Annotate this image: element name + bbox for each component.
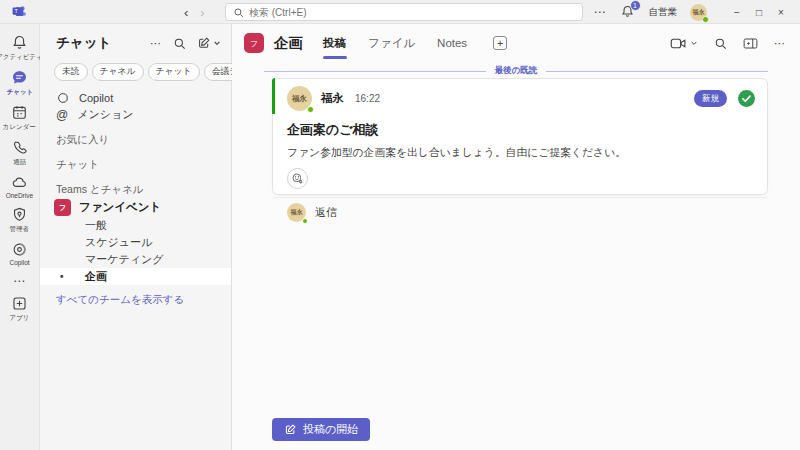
rail-label: アクティビティ (0, 52, 43, 62)
admin-shield-icon (11, 206, 28, 223)
copilot-icon (56, 91, 70, 105)
cloud-icon (11, 174, 28, 191)
chevron-down-icon (213, 39, 221, 47)
rail-item-admin[interactable]: 管理者 (0, 202, 40, 237)
rail-item-chat[interactable]: チャット (0, 65, 40, 100)
reply-avatar-initials: 福永 (291, 208, 303, 217)
sidebar-item-mentions[interactable]: @ メンション (40, 106, 231, 123)
channel-team-avatar: フ (244, 33, 264, 53)
channel-title: 企画 (274, 34, 303, 53)
video-camera-icon (670, 36, 687, 51)
rail-item-copilot[interactable]: Copilot (0, 237, 40, 269)
rail-label: OneDrive (6, 192, 33, 199)
add-reaction-button[interactable] (287, 168, 308, 189)
rail-item-calls[interactable]: 通話 (0, 135, 40, 170)
at-mention-icon: @ (56, 108, 68, 122)
rail-label: チャット (6, 87, 32, 97)
titlebar-more-icon[interactable]: ⋯ (594, 5, 607, 19)
channel-planning[interactable]: • 企画 (40, 268, 231, 285)
presence-available-icon (307, 106, 314, 113)
user-avatar[interactable]: 福永 (690, 4, 707, 21)
activity-bell-icon (11, 34, 28, 51)
window-controls: − □ × (726, 0, 792, 24)
tab-files[interactable]: ファイル (368, 24, 415, 62)
notifications-bell-icon[interactable]: 1 (620, 4, 636, 20)
unread-bullet-icon: • (60, 271, 64, 282)
org-name-label: 自営業 (649, 6, 678, 19)
filter-chip-unread[interactable]: 未読 (54, 63, 88, 81)
reply-button[interactable]: 福永 返信 (273, 197, 767, 227)
show-all-teams-link[interactable]: すべてのチームを表示する (40, 285, 231, 307)
app-rail: アクティビティ チャット カレンダー 通話 (0, 24, 40, 450)
channel-label: スケジュール (85, 235, 152, 250)
team-fan-event[interactable]: フ ファンイベント (40, 198, 231, 217)
channel-team-avatar-text: フ (250, 38, 258, 49)
open-details-pane-icon[interactable] (743, 37, 758, 50)
presence-available-icon (702, 16, 709, 23)
tab-notes[interactable]: Notes (437, 24, 467, 62)
meet-now-button[interactable] (670, 36, 698, 51)
filter-chip-chat[interactable]: チャット (148, 63, 200, 81)
back-button[interactable]: ‹ (184, 6, 188, 19)
add-tab-button[interactable]: + (493, 36, 507, 50)
post-author-avatar[interactable]: 福永 (287, 86, 312, 111)
new-chat-button[interactable] (197, 36, 221, 50)
team-avatar: フ (54, 199, 71, 216)
compose-icon (284, 423, 297, 436)
search-bar[interactable] (225, 3, 583, 21)
rail-label: アプリ (10, 313, 30, 323)
channel-schedule[interactable]: スケジュール (40, 234, 231, 251)
svg-text:T: T (14, 8, 18, 14)
channel-general[interactable]: 一般 (40, 217, 231, 234)
channel-label: 一般 (85, 218, 107, 233)
minimize-button[interactable]: − (726, 0, 748, 24)
reply-label: 返信 (315, 205, 337, 220)
apps-grid-icon (11, 295, 28, 312)
channel-label: 企画 (85, 269, 107, 284)
post-card[interactable]: 福永 福永 16:22 新規 企画案のご相談 ファン参加型の企画案を出し合いまし… (272, 78, 768, 195)
last-read-divider: 最後の既読 (232, 65, 800, 77)
filter-chip-channels[interactable]: チャネル (92, 63, 144, 81)
chat-sidebar: チャット ⋯ 未読 チャネル チャット 会議チャット (40, 24, 232, 450)
teams-logo-icon: T (11, 4, 27, 20)
rail-item-apps[interactable]: アプリ (0, 291, 40, 326)
rail-more-icon[interactable]: ⋯ (13, 269, 26, 291)
sidebar-item-label: Copilot (79, 92, 113, 104)
close-button[interactable]: × (770, 0, 792, 24)
tab-posts[interactable]: 投稿 (323, 24, 346, 62)
user-avatar-initials: 福永 (693, 8, 705, 17)
rail-label: カレンダー (3, 122, 36, 132)
channel-search-icon[interactable] (714, 37, 727, 50)
presence-available-icon (302, 218, 308, 224)
section-favorites[interactable]: お気に入り (40, 131, 231, 148)
sidebar-more-icon[interactable]: ⋯ (150, 37, 162, 50)
unread-indicator-bar (272, 78, 275, 114)
sidebar-item-copilot[interactable]: Copilot (40, 89, 231, 106)
new-post-badge: 新規 (694, 90, 727, 107)
team-avatar-text: フ (59, 203, 66, 213)
phone-icon (11, 139, 28, 156)
channel-marketing[interactable]: マーケティング (40, 251, 231, 268)
search-input[interactable] (249, 7, 575, 18)
forward-button[interactable]: › (200, 6, 204, 19)
rail-item-activity[interactable]: アクティビティ (0, 30, 40, 65)
announcement-check-icon (736, 88, 757, 109)
start-post-button[interactable]: 投稿の開始 (272, 418, 370, 441)
sidebar-search-icon[interactable] (173, 37, 186, 50)
section-teams-channels[interactable]: Teams とチャネル (40, 181, 231, 198)
notification-count-badge: 1 (630, 0, 641, 11)
maximize-button[interactable]: □ (748, 0, 770, 24)
rail-item-calendar[interactable]: カレンダー (0, 100, 40, 135)
section-chat[interactable]: チャット (40, 156, 231, 173)
calendar-icon (11, 104, 28, 121)
rail-item-onedrive[interactable]: OneDrive (0, 170, 40, 202)
post-body: ファン参加型の企画案を出し合いましょう。自由にご提案ください。 (273, 139, 767, 160)
start-post-label: 投稿の開始 (303, 422, 358, 437)
post-timestamp: 16:22 (355, 93, 380, 104)
channel-more-icon[interactable]: ⋯ (774, 37, 786, 50)
rail-label: Copilot (9, 259, 29, 266)
post-avatar-initials: 福永 (292, 94, 307, 104)
search-icon (233, 7, 244, 18)
channel-header: フ 企画 投稿 ファイル Notes + (232, 24, 800, 62)
copilot-icon (11, 241, 28, 258)
